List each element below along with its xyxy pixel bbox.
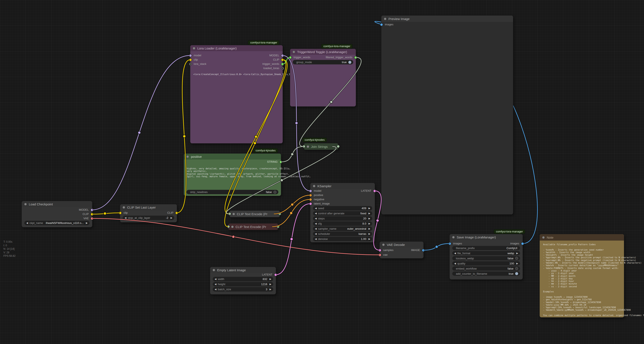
prev-arrow-icon[interactable]: ◀ xyxy=(214,288,218,291)
collapse-dot[interactable] xyxy=(382,244,384,246)
clip-output-pin[interactable] xyxy=(176,212,178,214)
negative-input-pin[interactable] xyxy=(309,198,312,201)
collapse-dot[interactable] xyxy=(542,236,544,239)
prev-arrow-icon[interactable]: ◀ xyxy=(315,227,318,230)
images-input-pin[interactable] xyxy=(380,24,383,26)
vae-output-pin[interactable] xyxy=(91,217,93,220)
string-output-pin[interactable] xyxy=(280,161,282,163)
toggle-knob[interactable] xyxy=(515,272,518,275)
node-titlebar[interactable]: Empty Latent Image xyxy=(210,267,276,273)
latent-output-pin[interactable] xyxy=(274,274,277,276)
graph-canvas[interactable]: Load Checkpoint MODEL CLIP VAE ◀ ckpt_na… xyxy=(0,0,644,344)
group-mode-toggle[interactable]: group_mode true xyxy=(293,60,353,64)
node-titlebar[interactable]: Preview Image xyxy=(382,16,513,22)
collapsed-output-pin[interactable] xyxy=(277,226,279,228)
prev-arrow-icon[interactable]: ◀ xyxy=(315,238,318,240)
lora-stack-input-pin[interactable] xyxy=(189,63,192,65)
height-widget[interactable]: ◀height1216▶ xyxy=(213,282,273,286)
trigger-words-output-pin[interactable] xyxy=(281,63,284,65)
prev-arrow-icon[interactable]: ◀ xyxy=(26,222,30,224)
collapse-dot[interactable] xyxy=(307,146,309,148)
loaded-loras-output-pin[interactable] xyxy=(281,67,284,70)
prev-arrow-icon[interactable]: ◀ xyxy=(124,216,128,219)
strip-newlines-toggle[interactable]: strip_newlines false xyxy=(186,190,278,194)
model-input-pin[interactable] xyxy=(309,190,312,192)
latent-output-pin[interactable] xyxy=(374,190,376,192)
next-arrow-icon[interactable]: ▶ xyxy=(515,252,518,255)
control-after-generate-widget[interactable]: ◀control after generatefixed▶ xyxy=(313,211,372,216)
node-ksampler[interactable]: KSampler model positive negative latent_… xyxy=(310,183,375,242)
next-arrow-icon[interactable]: ▶ xyxy=(367,232,370,235)
file-format-widget[interactable]: ◀file_formatwebp▶ xyxy=(452,251,520,255)
collapse-dot[interactable] xyxy=(232,213,235,215)
node-triggerword-toggle[interactable]: TriggerWord Toggle (LoraManager) trigger… xyxy=(290,49,356,106)
collapse-dot[interactable] xyxy=(231,226,234,228)
model-output-pin[interactable] xyxy=(91,209,93,211)
node-note[interactable]: Note Available filename_prefix Pattern C… xyxy=(540,234,624,317)
denoise-widget[interactable]: ◀denoise1.00▶ xyxy=(313,237,372,241)
next-arrow-icon[interactable]: ▶ xyxy=(367,222,370,225)
toggle-knob[interactable] xyxy=(515,257,518,260)
seed-widget[interactable]: ◀seed409▶ xyxy=(313,206,372,210)
next-arrow-icon[interactable]: ▶ xyxy=(367,217,370,220)
collapsed-input-pin[interactable] xyxy=(228,213,231,215)
collapse-dot[interactable] xyxy=(123,206,125,208)
cfg-widget[interactable]: ◀cfg8.0▶ xyxy=(313,221,372,226)
prev-arrow-icon[interactable]: ◀ xyxy=(454,252,457,255)
model-input-pin[interactable] xyxy=(189,54,192,57)
clip-output-pin[interactable] xyxy=(281,59,284,61)
quality-widget[interactable]: ◀quality100▶ xyxy=(452,261,520,266)
node-vae-decode[interactable]: VAE Decode samples vae IMAGE xyxy=(380,242,424,258)
batch-size-widget[interactable]: ◀batch_size3▶ xyxy=(213,287,273,292)
next-arrow-icon[interactable]: ▶ xyxy=(367,212,370,215)
width-widget[interactable]: ◀width832▶ xyxy=(213,277,273,281)
next-arrow-icon[interactable]: ▶ xyxy=(268,288,271,291)
collapsed-output-pin[interactable] xyxy=(278,213,281,215)
scheduler-widget[interactable]: ◀schedulerkarras▶ xyxy=(313,232,372,236)
vae-input-pin[interactable] xyxy=(379,254,381,256)
node-clip-text-encode-positive[interactable]: CLIP Text Encode (Pr xyxy=(230,211,280,217)
node-preview-image[interactable]: Preview Image images xyxy=(382,16,513,214)
node-positive-prompt[interactable]: positive STRING highres, very detailed, … xyxy=(184,154,281,196)
images-output-pin[interactable] xyxy=(521,242,524,245)
collapse-dot[interactable] xyxy=(384,18,386,20)
node-titlebar[interactable]: TriggerWord Toggle (LoraManager) xyxy=(290,49,356,55)
node-titlebar[interactable]: VAE Decode xyxy=(380,242,424,248)
prev-arrow-icon[interactable]: ◀ xyxy=(214,283,218,286)
next-arrow-icon[interactable]: ▶ xyxy=(268,283,271,286)
node-titlebar[interactable]: Lora Loader (LoraManager) xyxy=(190,45,283,51)
stop-at-clip-layer-widget[interactable]: ◀ stop_at_clip_layer -2 ▶ xyxy=(123,216,174,220)
node-titlebar[interactable]: positive xyxy=(184,154,281,160)
node-lora-loader[interactable]: Lora Loader (LoraManager) model clip lor… xyxy=(190,45,283,143)
node-clip-text-encode-negative[interactable]: CLIP Text Encode (Pr xyxy=(228,224,278,230)
toggle-knob[interactable] xyxy=(274,191,276,194)
node-save-image[interactable]: Save Image (LoraManager) images images f… xyxy=(450,234,522,280)
node-join-strings[interactable]: Join Strings xyxy=(304,143,338,150)
filename-prefix-widget[interactable]: filename_prefixComfyUI xyxy=(452,246,520,250)
steps-widget[interactable]: ◀steps20▶ xyxy=(313,216,372,221)
next-arrow-icon[interactable]: ▶ xyxy=(169,216,172,219)
image-output-pin[interactable] xyxy=(422,249,424,252)
lossless-webp-toggle[interactable]: lossless_webpfalse xyxy=(452,256,520,260)
collapse-dot[interactable] xyxy=(452,236,454,238)
next-arrow-icon[interactable]: ▶ xyxy=(367,207,370,210)
collapse-dot[interactable] xyxy=(213,269,215,271)
collapse-dot[interactable] xyxy=(186,156,189,158)
collapse-dot[interactable] xyxy=(293,51,295,53)
collapse-dot[interactable] xyxy=(193,47,195,50)
filtered-trigger-words-output-pin[interactable] xyxy=(354,56,357,59)
trigger-words-input-pin[interactable] xyxy=(289,56,292,59)
sampler-name-widget[interactable]: ◀sampler_nameeuler_ancestral▶ xyxy=(313,226,372,231)
clip-input-pin[interactable] xyxy=(189,59,192,61)
toggle-knob[interactable] xyxy=(348,61,351,64)
next-arrow-icon[interactable]: ▶ xyxy=(367,227,370,230)
collapsed-input-pin[interactable] xyxy=(227,226,230,228)
collapse-dot[interactable] xyxy=(313,185,315,187)
prev-arrow-icon[interactable]: ◀ xyxy=(315,207,318,210)
collapsed-output-pin[interactable] xyxy=(337,145,340,148)
note-body-text[interactable]: Available filename_prefix Pattern Codes … xyxy=(543,243,644,316)
prev-arrow-icon[interactable]: ◀ xyxy=(454,262,457,265)
node-empty-latent-image[interactable]: Empty Latent Image LATENT ◀width832▶ ◀he… xyxy=(210,267,276,294)
node-load-checkpoint[interactable]: Load Checkpoint MODEL CLIP VAE ◀ ckpt_na… xyxy=(22,201,92,227)
embed-workflow-toggle[interactable]: embed_workflowfalse xyxy=(452,266,520,271)
